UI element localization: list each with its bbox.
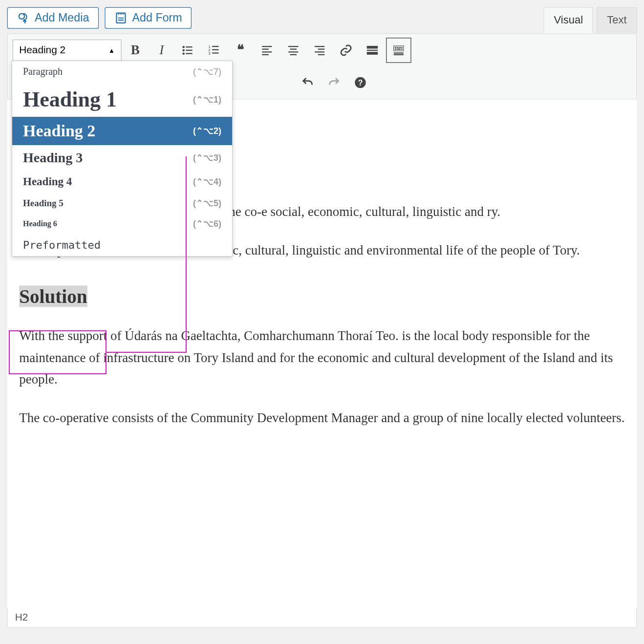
svg-rect-14	[367, 46, 378, 49]
svg-rect-16	[367, 52, 378, 55]
svg-rect-21	[401, 47, 402, 48]
media-icon	[17, 11, 30, 24]
svg-point-0	[19, 14, 24, 19]
svg-point-4	[182, 49, 184, 51]
format-option-heading-4[interactable]: Heading 4(⌃⌥4)	[12, 171, 232, 193]
svg-point-6	[182, 52, 184, 54]
svg-rect-13	[212, 52, 218, 53]
help-button[interactable]: ?	[348, 70, 373, 95]
svg-rect-20	[399, 47, 401, 48]
format-option-heading-3[interactable]: Heading 3(⌃⌥3)	[12, 145, 232, 171]
format-select-label: Heading 2	[19, 44, 65, 57]
format-option-heading-6[interactable]: Heading 6(⌃⌥6)	[12, 214, 232, 234]
content-heading-solution: Solution	[19, 280, 625, 312]
format-option-preformatted[interactable]: Preformatted	[12, 234, 232, 256]
add-form-button[interactable]: Add Form	[105, 7, 192, 29]
align-right-button[interactable]	[307, 38, 332, 63]
svg-rect-11	[212, 49, 218, 50]
svg-rect-3	[186, 46, 192, 47]
format-option-heading-5[interactable]: Heading 5(⌃⌥5)	[12, 193, 232, 214]
align-left-button[interactable]	[255, 38, 279, 63]
blockquote-button[interactable]: ❝	[228, 38, 253, 63]
readmore-button[interactable]	[360, 38, 385, 63]
svg-rect-24	[401, 49, 402, 50]
format-option-paragraph[interactable]: Paragraph(⌃⌥7)	[12, 61, 232, 82]
bullet-list-button[interactable]	[175, 38, 200, 63]
chevron-up-icon: ▲	[108, 47, 115, 54]
add-form-label: Add Form	[132, 11, 182, 24]
add-media-label: Add Media	[35, 11, 89, 24]
svg-rect-7	[186, 53, 192, 54]
svg-rect-15	[367, 50, 378, 51]
svg-point-2	[182, 46, 184, 48]
svg-rect-25	[394, 52, 404, 53]
svg-rect-26	[394, 54, 404, 55]
tab-visual[interactable]: Visual	[544, 7, 593, 34]
svg-rect-18	[395, 47, 396, 48]
number-list-button[interactable]: 123	[202, 38, 227, 63]
align-center-button[interactable]	[281, 38, 306, 63]
format-option-heading-1[interactable]: Heading 1(⌃⌥1)	[12, 82, 232, 117]
link-button[interactable]	[333, 38, 358, 63]
bold-button[interactable]: B	[123, 38, 148, 63]
svg-rect-9	[212, 46, 218, 47]
svg-rect-5	[186, 50, 192, 51]
toolbar-toggle-button[interactable]	[386, 38, 411, 63]
form-icon	[114, 11, 128, 24]
status-bar: H2	[7, 608, 637, 628]
redo-button[interactable]	[322, 70, 346, 95]
italic-button[interactable]: I	[149, 38, 174, 63]
annotation-line	[186, 156, 187, 353]
svg-rect-19	[397, 47, 398, 48]
undo-button[interactable]	[295, 70, 320, 95]
element-path: H2	[15, 612, 28, 623]
svg-text:?: ?	[358, 79, 363, 87]
format-select[interactable]: Heading 2 ▲	[13, 40, 122, 61]
svg-rect-22	[395, 49, 396, 50]
editor-top-bar: Add Media Add Form Visual Text	[0, 0, 644, 34]
svg-rect-17	[394, 46, 404, 51]
annotation-line	[107, 352, 187, 353]
tab-text[interactable]: Text	[597, 7, 637, 34]
format-dropdown: Paragraph(⌃⌥7)Heading 1(⌃⌥1)Heading 2(⌃⌥…	[12, 61, 233, 257]
svg-rect-23	[397, 49, 400, 50]
add-media-button[interactable]: Add Media	[7, 7, 99, 29]
format-option-heading-2[interactable]: Heading 2(⌃⌥2)	[12, 117, 232, 145]
svg-text:3: 3	[208, 51, 211, 56]
content-paragraph: With the support of Údarás na Gaeltachta…	[19, 325, 625, 390]
content-paragraph: The co-operative consists of the Communi…	[19, 407, 625, 429]
